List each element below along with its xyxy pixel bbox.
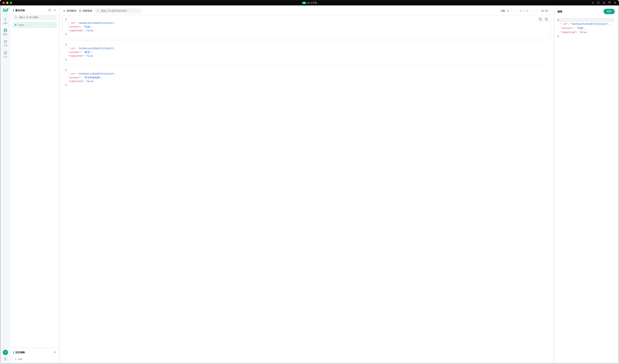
- nav-storage-label: 存储: [3, 44, 7, 47]
- add-policy-icon[interactable]: [53, 351, 56, 354]
- panel-accent: [13, 351, 14, 354]
- logo[interactable]: laf: [3, 7, 8, 13]
- svg-point-21: [54, 24, 54, 25]
- collection-more-icon[interactable]: [52, 23, 55, 27]
- prev-page-button[interactable]: [515, 9, 518, 13]
- page-size-label: 10 / 页: [541, 9, 548, 13]
- editor-title: 编辑: [558, 10, 604, 13]
- svg-line-29: [98, 11, 99, 12]
- add-collection-icon[interactable]: [53, 9, 56, 12]
- side-panel: 集合列表 todos: [11, 7, 59, 363]
- svg-point-0: [592, 2, 592, 2]
- pager: 总数: 3 1 / 1 10 / 页: [501, 9, 550, 13]
- svg-point-2: [593, 3, 593, 3]
- record-card[interactable]: { "_id": "64204d7ce785d0f55353a324", "co…: [62, 66, 551, 89]
- sun-icon: [14, 358, 17, 361]
- record-card[interactable]: { "_id": "64204ce2e785d0f55353a323", "co…: [62, 41, 551, 64]
- titlebar: laf laf 云开发: [0, 0, 619, 5]
- svg-point-25: [15, 359, 16, 360]
- policy-name: test: [18, 358, 22, 361]
- layers-icon: [14, 24, 17, 26]
- nav-functions-label: 函数: [3, 22, 7, 25]
- record-search-input[interactable]: [101, 10, 140, 12]
- policy-item-test[interactable]: test: [13, 356, 56, 362]
- total-label: 总数:: [501, 9, 506, 13]
- nav-logs-label: 日志: [3, 55, 7, 58]
- copy-record-button[interactable]: [544, 17, 549, 22]
- refresh-data-label: 刷新数据: [83, 9, 92, 13]
- save-button[interactable]: 保存: [604, 9, 615, 14]
- settings-toggle-icon[interactable]: [591, 1, 594, 5]
- search-icon: [15, 16, 17, 19]
- add-data-button[interactable]: 添加数据: [63, 9, 76, 13]
- window-title: laf 云开发: [308, 1, 317, 4]
- chevron-down-icon: [549, 10, 550, 12]
- svg-point-18: [15, 16, 17, 18]
- delete-record-button[interactable]: [538, 17, 543, 22]
- collection-search-input[interactable]: [19, 16, 55, 19]
- search-icon: [97, 10, 99, 12]
- records-panel: 添加数据 刷新数据 总数: 3 1: [60, 7, 553, 363]
- json-editor[interactable]: { "_id": "64204cdfe785d0f55353a322", "co…: [555, 16, 617, 363]
- nav-logs[interactable]: 日志: [1, 49, 10, 60]
- collection-item-todos[interactable]: todos: [13, 22, 57, 28]
- svg-point-20: [54, 24, 54, 24]
- close-window[interactable]: [2, 2, 5, 4]
- svg-point-15: [5, 358, 6, 360]
- record-search[interactable]: [95, 8, 141, 13]
- policy-title: 访问策略: [15, 351, 53, 354]
- page-sep: /: [524, 10, 524, 12]
- svg-rect-30: [546, 19, 547, 20]
- nav-rail: laf 函数 集合 存储 日志 Y: [0, 5, 11, 364]
- svg-point-22: [54, 25, 54, 26]
- collection-search[interactable]: [13, 15, 56, 20]
- last-page-button[interactable]: [535, 9, 538, 13]
- minimize-window[interactable]: [6, 2, 8, 4]
- next-page-button[interactable]: [530, 9, 534, 13]
- extension-icon[interactable]: [608, 1, 611, 5]
- refresh-collections-icon[interactable]: [48, 9, 51, 12]
- refresh-data-button[interactable]: 刷新数据: [79, 9, 92, 13]
- svg-rect-4: [603, 2, 605, 3]
- avatar[interactable]: Y: [3, 350, 8, 355]
- svg-rect-10: [4, 41, 7, 43]
- collection-name: todos: [18, 24, 24, 26]
- page-size-select[interactable]: 10 / 页: [541, 9, 550, 13]
- nav-storage[interactable]: 存储: [1, 38, 10, 48]
- panel-accent: [13, 9, 14, 12]
- nav-collections[interactable]: 集合: [1, 27, 10, 37]
- nav-functions[interactable]: 函数: [1, 16, 10, 26]
- record-card[interactable]: { "_id": "64204cdfe785d0f55353a322", "co…: [62, 15, 551, 39]
- svg-line-19: [16, 18, 17, 18]
- editor-panel: 编辑 保存 { "_id": "64204cdfe785d0f55353a322…: [555, 7, 617, 363]
- svg-point-9: [4, 29, 7, 30]
- svg-point-28: [97, 10, 99, 11]
- gear-icon[interactable]: [3, 357, 7, 362]
- shield-icon[interactable]: [597, 1, 600, 5]
- menu-icon[interactable]: [614, 1, 617, 5]
- collections-title: 集合列表: [15, 9, 48, 12]
- total-count: 3: [507, 10, 509, 12]
- total-pages: 1: [526, 10, 529, 12]
- app-badge: laf: [302, 2, 306, 4]
- current-page: 1: [520, 10, 522, 12]
- nav-collections-label: 集合: [3, 33, 7, 36]
- first-page-button[interactable]: [510, 9, 513, 13]
- add-data-label: 添加数据: [67, 9, 76, 13]
- maximize-window[interactable]: [10, 2, 12, 4]
- lock-icon[interactable]: [602, 1, 605, 5]
